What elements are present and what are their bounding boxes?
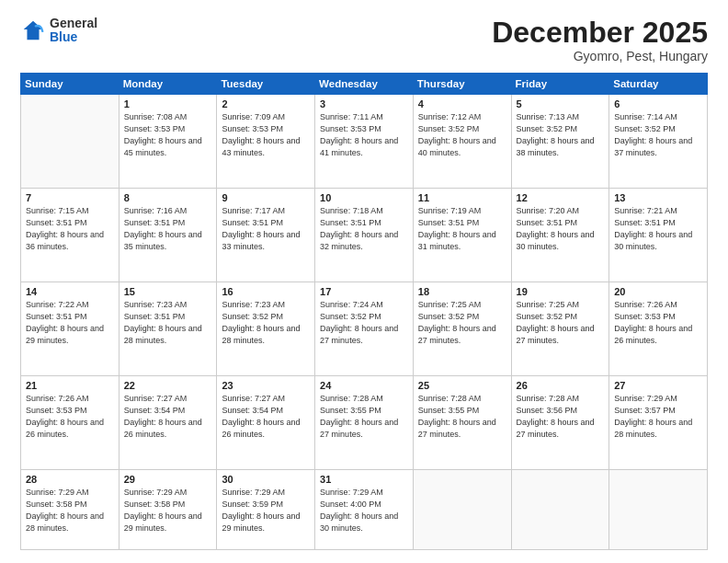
- calendar-week-row: 14Sunrise: 7:22 AM Sunset: 3:51 PM Dayli…: [21, 282, 708, 376]
- day-number: 5: [517, 98, 605, 109]
- calendar-cell: 22Sunrise: 7:27 AM Sunset: 3:54 PM Dayli…: [119, 375, 217, 469]
- day-info: Sunrise: 7:20 AM Sunset: 3:51 PM Dayligh…: [517, 205, 605, 253]
- day-number: 20: [614, 286, 702, 297]
- page: General Blue December 2025 Gyomro, Pest,…: [0, 0, 728, 563]
- day-number: 22: [124, 380, 212, 391]
- day-info: Sunrise: 7:29 AM Sunset: 3:58 PM Dayligh…: [124, 487, 212, 534]
- day-info: Sunrise: 7:09 AM Sunset: 3:53 PM Dayligh…: [222, 111, 310, 159]
- calendar-cell: 1Sunrise: 7:08 AM Sunset: 3:53 PM Daylig…: [119, 95, 217, 189]
- calendar-cell: 7Sunrise: 7:15 AM Sunset: 3:51 PM Daylig…: [21, 189, 119, 282]
- day-info: Sunrise: 7:08 AM Sunset: 3:53 PM Dayligh…: [124, 111, 212, 159]
- day-number: 26: [517, 380, 605, 391]
- header-wednesday: Wednesday: [315, 74, 414, 95]
- calendar-cell: 11Sunrise: 7:19 AM Sunset: 3:51 PM Dayli…: [413, 189, 511, 282]
- calendar-cell: [511, 469, 609, 549]
- calendar-cell: 29Sunrise: 7:29 AM Sunset: 3:58 PM Dayli…: [119, 469, 217, 549]
- calendar: Sunday Monday Tuesday Wednesday Thursday…: [20, 73, 708, 550]
- logo-icon: [20, 17, 46, 43]
- header-thursday: Thursday: [413, 74, 511, 95]
- calendar-cell: 26Sunrise: 7:28 AM Sunset: 3:56 PM Dayli…: [511, 375, 609, 469]
- logo-text: General Blue: [50, 17, 97, 45]
- calendar-cell: 8Sunrise: 7:16 AM Sunset: 3:51 PM Daylig…: [119, 189, 217, 282]
- calendar-cell: 9Sunrise: 7:17 AM Sunset: 3:51 PM Daylig…: [217, 189, 315, 282]
- day-number: 24: [320, 380, 408, 391]
- day-number: 31: [320, 474, 408, 485]
- day-number: 25: [418, 380, 506, 391]
- day-number: 6: [614, 98, 702, 109]
- day-number: 13: [614, 192, 702, 203]
- day-number: 9: [222, 192, 310, 203]
- calendar-cell: 12Sunrise: 7:20 AM Sunset: 3:51 PM Dayli…: [511, 189, 609, 282]
- calendar-cell: 10Sunrise: 7:18 AM Sunset: 3:51 PM Dayli…: [315, 189, 414, 282]
- day-info: Sunrise: 7:19 AM Sunset: 3:51 PM Dayligh…: [418, 205, 506, 253]
- calendar-cell: 14Sunrise: 7:22 AM Sunset: 3:51 PM Dayli…: [21, 282, 119, 376]
- header-monday: Monday: [119, 74, 217, 95]
- title-block: December 2025 Gyomro, Pest, Hungary: [492, 17, 708, 63]
- calendar-cell: [413, 469, 511, 549]
- day-number: 3: [320, 98, 408, 109]
- day-info: Sunrise: 7:17 AM Sunset: 3:51 PM Dayligh…: [222, 205, 310, 253]
- calendar-cell: 30Sunrise: 7:29 AM Sunset: 3:59 PM Dayli…: [217, 469, 315, 549]
- calendar-cell: 31Sunrise: 7:29 AM Sunset: 4:00 PM Dayli…: [315, 469, 414, 549]
- day-info: Sunrise: 7:13 AM Sunset: 3:52 PM Dayligh…: [517, 111, 605, 159]
- calendar-cell: 3Sunrise: 7:11 AM Sunset: 3:53 PM Daylig…: [315, 95, 414, 189]
- calendar-cell: 16Sunrise: 7:23 AM Sunset: 3:52 PM Dayli…: [217, 282, 315, 376]
- logo-general-text: General: [50, 17, 97, 30]
- day-info: Sunrise: 7:24 AM Sunset: 3:52 PM Dayligh…: [320, 299, 408, 347]
- day-info: Sunrise: 7:23 AM Sunset: 3:52 PM Dayligh…: [222, 299, 310, 347]
- day-info: Sunrise: 7:26 AM Sunset: 3:53 PM Dayligh…: [26, 393, 114, 441]
- calendar-cell: 4Sunrise: 7:12 AM Sunset: 3:52 PM Daylig…: [413, 95, 511, 189]
- day-info: Sunrise: 7:16 AM Sunset: 3:51 PM Dayligh…: [124, 205, 212, 253]
- day-info: Sunrise: 7:25 AM Sunset: 3:52 PM Dayligh…: [418, 299, 506, 347]
- day-number: 19: [517, 286, 605, 297]
- day-info: Sunrise: 7:21 AM Sunset: 3:51 PM Dayligh…: [614, 205, 702, 253]
- day-info: Sunrise: 7:27 AM Sunset: 3:54 PM Dayligh…: [124, 393, 212, 441]
- calendar-week-row: 7Sunrise: 7:15 AM Sunset: 3:51 PM Daylig…: [21, 189, 708, 282]
- day-info: Sunrise: 7:11 AM Sunset: 3:53 PM Dayligh…: [320, 111, 408, 159]
- day-info: Sunrise: 7:28 AM Sunset: 3:56 PM Dayligh…: [517, 393, 605, 441]
- day-number: 15: [124, 286, 212, 297]
- location-subtitle: Gyomro, Pest, Hungary: [492, 49, 708, 63]
- day-number: 30: [222, 474, 310, 485]
- header-tuesday: Tuesday: [217, 74, 315, 95]
- weekday-header-row: Sunday Monday Tuesday Wednesday Thursday…: [21, 74, 708, 95]
- day-info: Sunrise: 7:15 AM Sunset: 3:51 PM Dayligh…: [26, 205, 114, 253]
- logo-blue-text: Blue: [50, 30, 97, 44]
- calendar-cell: 15Sunrise: 7:23 AM Sunset: 3:51 PM Dayli…: [119, 282, 217, 376]
- calendar-cell: 24Sunrise: 7:28 AM Sunset: 3:55 PM Dayli…: [315, 375, 414, 469]
- day-number: 8: [124, 192, 212, 203]
- calendar-cell: 5Sunrise: 7:13 AM Sunset: 3:52 PM Daylig…: [511, 95, 609, 189]
- day-info: Sunrise: 7:26 AM Sunset: 3:53 PM Dayligh…: [614, 299, 702, 347]
- day-info: Sunrise: 7:18 AM Sunset: 3:51 PM Dayligh…: [320, 205, 408, 253]
- calendar-week-row: 1Sunrise: 7:08 AM Sunset: 3:53 PM Daylig…: [21, 95, 708, 189]
- day-number: 29: [124, 474, 212, 485]
- day-info: Sunrise: 7:23 AM Sunset: 3:51 PM Dayligh…: [124, 299, 212, 347]
- day-info: Sunrise: 7:22 AM Sunset: 3:51 PM Dayligh…: [26, 299, 114, 347]
- calendar-cell: 23Sunrise: 7:27 AM Sunset: 3:54 PM Dayli…: [217, 375, 315, 469]
- day-number: 28: [26, 474, 114, 485]
- calendar-week-row: 21Sunrise: 7:26 AM Sunset: 3:53 PM Dayli…: [21, 375, 708, 469]
- calendar-cell: 13Sunrise: 7:21 AM Sunset: 3:51 PM Dayli…: [609, 189, 708, 282]
- day-number: 18: [418, 286, 506, 297]
- day-info: Sunrise: 7:14 AM Sunset: 3:52 PM Dayligh…: [614, 111, 702, 159]
- calendar-cell: 28Sunrise: 7:29 AM Sunset: 3:58 PM Dayli…: [21, 469, 119, 549]
- day-number: 21: [26, 380, 114, 391]
- day-number: 11: [418, 192, 506, 203]
- day-number: 4: [418, 98, 506, 109]
- calendar-week-row: 28Sunrise: 7:29 AM Sunset: 3:58 PM Dayli…: [21, 469, 708, 549]
- day-number: 1: [124, 98, 212, 109]
- calendar-cell: 21Sunrise: 7:26 AM Sunset: 3:53 PM Dayli…: [21, 375, 119, 469]
- calendar-cell: 20Sunrise: 7:26 AM Sunset: 3:53 PM Dayli…: [609, 282, 708, 376]
- calendar-cell: [609, 469, 708, 549]
- day-number: 27: [614, 380, 702, 391]
- day-info: Sunrise: 7:25 AM Sunset: 3:52 PM Dayligh…: [517, 299, 605, 347]
- calendar-cell: 27Sunrise: 7:29 AM Sunset: 3:57 PM Dayli…: [609, 375, 708, 469]
- logo: General Blue: [20, 17, 97, 45]
- header-sunday: Sunday: [21, 74, 119, 95]
- calendar-cell: 6Sunrise: 7:14 AM Sunset: 3:52 PM Daylig…: [609, 95, 708, 189]
- calendar-cell: [21, 95, 119, 189]
- calendar-cell: 19Sunrise: 7:25 AM Sunset: 3:52 PM Dayli…: [511, 282, 609, 376]
- day-info: Sunrise: 7:29 AM Sunset: 3:59 PM Dayligh…: [222, 487, 310, 534]
- svg-marker-0: [24, 21, 43, 40]
- day-number: 12: [517, 192, 605, 203]
